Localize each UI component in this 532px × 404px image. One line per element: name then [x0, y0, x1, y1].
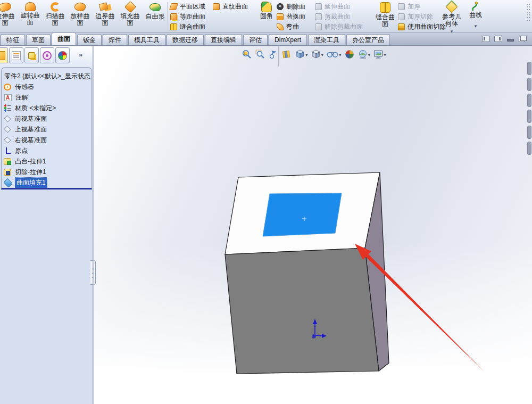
swept-surface-button[interactable]: 扫描曲面: [43, 1, 68, 32]
delete-face-button[interactable]: 删除面: [277, 2, 305, 11]
knit-surface-small-button[interactable]: 缝合曲面: [170, 22, 205, 31]
restore-icon[interactable]: [519, 36, 527, 42]
tree-item-boss-extrude1[interactable]: 凸台-拉伸1: [2, 156, 92, 167]
revolved-surface-button[interactable]: 旋转曲面: [18, 1, 43, 32]
panel-manager-tabs: [0, 47, 70, 64]
task-pane-tab-design-library[interactable]: [527, 78, 531, 91]
cut-extrude-icon: [4, 169, 11, 176]
tab-evaluate[interactable]: 评估: [243, 34, 268, 45]
boundary-surface-button[interactable]: 边界曲面: [93, 1, 118, 32]
plane-icon: [4, 115, 11, 122]
reference-geometry-button[interactable]: 参考几何体: [439, 1, 464, 33]
curves-icon: [470, 1, 481, 12]
plane-icon: [4, 126, 11, 133]
knit-surface-button[interactable]: 缝合曲面: [373, 1, 397, 28]
filled-surface-button[interactable]: 填充曲面: [118, 1, 143, 32]
freeform-button[interactable]: 自由形: [143, 1, 168, 32]
reference-geometry-icon: [446, 1, 458, 13]
reference-geometry-dropdown-icon[interactable]: [451, 27, 453, 33]
flex-button[interactable]: 弯曲: [277, 22, 305, 31]
pane-right-icon[interactable]: [494, 36, 502, 42]
ruled-surface-icon: [213, 3, 220, 10]
minimize-icon[interactable]: [506, 36, 514, 42]
surface-fill-patch[interactable]: [263, 193, 342, 236]
tab-dimxpert[interactable]: DimXpert: [269, 34, 307, 45]
tab-surfaces[interactable]: 曲面: [52, 32, 76, 45]
panel-divider[interactable]: [93, 46, 94, 404]
tab-weldments[interactable]: 焊件: [103, 34, 127, 45]
ruled-surface-button[interactable]: 直纹曲面: [213, 2, 248, 11]
tab-mold-tools[interactable]: 模具工具: [128, 34, 165, 45]
fillet-icon: [261, 2, 272, 12]
thickened-cut-button[interactable]: 加厚切除: [398, 12, 446, 21]
featuremanager-tree-tab[interactable]: [0, 47, 8, 63]
document-window-controls: [482, 36, 527, 42]
lofted-surface-button[interactable]: 放样曲面: [68, 1, 93, 32]
curves-button[interactable]: 曲线: [465, 1, 486, 29]
panel-overflow-chevron[interactable]: »: [79, 51, 89, 59]
ribbon-overflow-handle[interactable]: [526, 3, 530, 21]
task-pane-tab-view-palette[interactable]: [527, 126, 531, 139]
tree-item-front-plane[interactable]: 前视基准面: [2, 113, 92, 124]
task-pane-tab-file-explorer[interactable]: [527, 94, 531, 107]
thicken-button[interactable]: 加厚: [398, 2, 446, 11]
thicken-icon: [398, 3, 405, 10]
feature-tree: 零件2 (默认<<默认>_显示状态 传感器 注解 材质 <未指定>: [1, 67, 92, 189]
surface-fill-icon: [3, 178, 13, 187]
tree-item-material[interactable]: 材质 <未指定>: [2, 103, 92, 113]
delete-face-icon: [277, 3, 284, 10]
tree-item-annotations[interactable]: 注解: [2, 92, 92, 103]
graphics-viewport[interactable]: [94, 46, 532, 404]
displaymanager-tab[interactable]: [55, 47, 70, 63]
tab-direct-editing[interactable]: 直接编辑: [205, 34, 242, 45]
trim-surface-button[interactable]: 剪裁曲面: [315, 12, 363, 21]
cut-with-surface-button[interactable]: 使用曲面切除: [398, 22, 446, 31]
tree-item-origin[interactable]: 原点: [2, 145, 92, 156]
sensor-icon: [4, 84, 11, 90]
tab-render-tools[interactable]: 渲染工具: [308, 34, 345, 45]
tree-item-surface-fill1[interactable]: 曲面填充1: [2, 177, 92, 188]
pane-left-icon[interactable]: [482, 36, 490, 42]
knit-surface-icon: [170, 23, 177, 30]
swept-surface-icon: [51, 2, 60, 12]
knit-surface-big-icon: [380, 2, 390, 13]
revolved-surface-icon: [25, 2, 36, 11]
origin-icon: [4, 147, 11, 154]
propertymanager-tab[interactable]: [9, 47, 23, 63]
commandmanager-tabbar: 特征 草图 曲面 钣金 焊件 模具工具 数据迁移 直接编辑 评估 DimXper…: [0, 33, 532, 46]
featuremanager-panel: » 零件2 (默认<<默认>_显示状态 传感器 注解 材质 <未指定>: [0, 46, 94, 404]
planar-surface-button[interactable]: 平面区域: [170, 2, 205, 11]
curves-dropdown-icon[interactable]: [475, 22, 477, 29]
dimxpertmanager-tab[interactable]: [40, 47, 54, 63]
tab-office-products[interactable]: 办公室产品: [346, 34, 390, 45]
tree-item-top-plane[interactable]: 上视基准面: [2, 124, 92, 135]
fillet-button[interactable]: 圆角: [256, 1, 277, 20]
model-canvas[interactable]: [94, 46, 532, 404]
extend-surface-button[interactable]: 延伸曲面: [315, 2, 363, 11]
task-pane-tab-search[interactable]: [527, 110, 531, 123]
cut-with-surface-icon: [398, 23, 405, 30]
freeform-icon: [149, 3, 161, 11]
tab-sheet-metal[interactable]: 钣金: [77, 34, 102, 45]
tab-sketch[interactable]: 草图: [26, 34, 51, 45]
ribbon-surfaces: 拉伸曲面 旋转曲面 扫描曲面 放样曲面 边界曲面 填充曲面: [0, 0, 532, 33]
solidworks-window: 拉伸曲面 旋转曲面 扫描曲面 放样曲面 边界曲面 填充曲面: [0, 0, 532, 404]
offset-surface-button[interactable]: 等距曲面: [170, 12, 205, 21]
extend-surface-icon: [315, 3, 322, 10]
tree-item-sensors[interactable]: 传感器: [2, 81, 92, 92]
material-icon: [4, 104, 11, 112]
replace-face-button[interactable]: 替换面: [277, 12, 305, 21]
tab-data-migration[interactable]: 数据迁移: [167, 34, 204, 45]
tree-item-right-plane[interactable]: 右视基准面: [2, 135, 92, 145]
trim-surface-icon: [315, 13, 322, 20]
configurationmanager-tab[interactable]: [24, 47, 39, 63]
extruded-surface-button[interactable]: 拉伸曲面: [0, 1, 18, 32]
tree-root-part[interactable]: 零件2 (默认<<默认>_显示状态: [2, 72, 92, 81]
tree-item-cut-extrude1[interactable]: 切除-拉伸1: [2, 167, 92, 177]
cube-front-face[interactable]: [225, 248, 379, 374]
task-pane-tab-resources[interactable]: [527, 62, 531, 75]
task-pane-tab-appearances[interactable]: [527, 142, 531, 155]
untrim-surface-button[interactable]: 解除剪裁曲面: [315, 22, 363, 31]
tab-features[interactable]: 特征: [1, 34, 25, 45]
thickened-cut-icon: [398, 13, 405, 20]
